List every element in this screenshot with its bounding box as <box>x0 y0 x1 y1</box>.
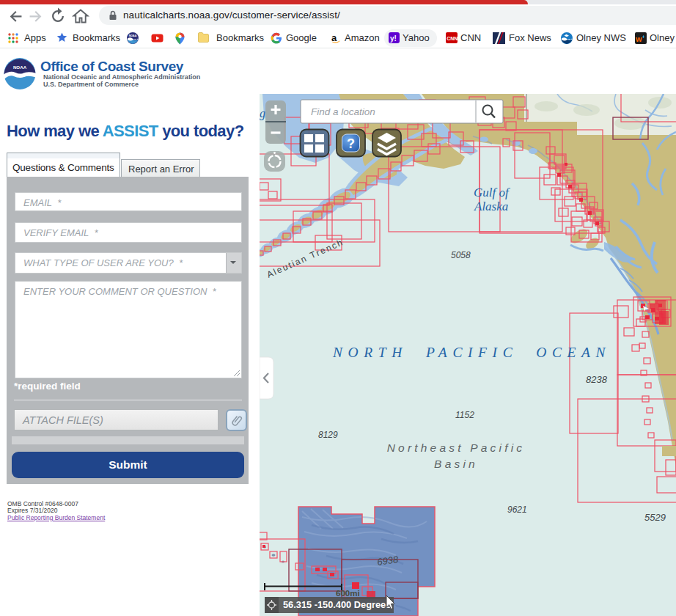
svg-text:w: w <box>635 34 642 43</box>
svg-text:NORTH PACIFIC OCEAN: NORTH PACIFIC OCEAN <box>332 345 611 360</box>
svg-text:Northeast Pacific: Northeast Pacific <box>387 441 526 454</box>
svg-text:Find a location: Find a location <box>311 106 375 117</box>
svg-text:600mi: 600mi <box>336 589 360 598</box>
svg-text:8238: 8238 <box>586 374 608 385</box>
svg-text:?: ? <box>347 136 355 151</box>
svg-text:CNN: CNN <box>447 36 458 41</box>
svg-text:5058: 5058 <box>451 250 471 260</box>
svg-text:g: g <box>260 107 265 120</box>
svg-text:8129: 8129 <box>318 430 338 440</box>
svg-text:Gulf of: Gulf of <box>474 186 510 199</box>
svg-text:NOAA: NOAA <box>129 34 137 37</box>
svg-text:Alaska: Alaska <box>474 199 508 213</box>
svg-text:56.315 -150.400 Degrees: 56.315 -150.400 Degrees <box>283 599 391 610</box>
svg-text:Basin: Basin <box>434 458 478 470</box>
svg-text:9621: 9621 <box>507 505 527 515</box>
svg-text:5529: 5529 <box>644 512 666 523</box>
svg-text:1152: 1152 <box>455 410 474 420</box>
svg-text:NOAA: NOAA <box>13 65 27 70</box>
svg-text:y!: y! <box>390 34 397 43</box>
